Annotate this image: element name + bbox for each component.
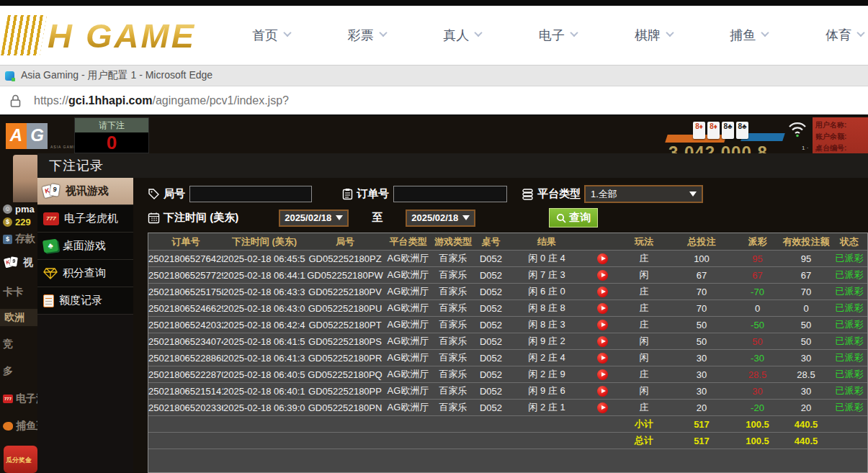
user-balance-row: $ 229 (3, 217, 31, 228)
modal-title: 下注记录 (37, 153, 868, 178)
cell-game-type: 百家乐 (431, 302, 475, 315)
deposit-button[interactable]: $ 存款 (3, 233, 35, 245)
lock-icon[interactable] (10, 94, 21, 107)
bet-timer-value: 0 (75, 132, 148, 153)
cell-game-type: 百家乐 (431, 252, 475, 265)
cell-bet-time: 2025-02-18 06:40:59 (223, 369, 305, 380)
play-replay-button[interactable] (597, 369, 608, 380)
nav-item-label: 电子 (539, 27, 565, 44)
nav-item-label: 首页 (252, 27, 278, 44)
total-valid-bet: 440.5 (781, 436, 831, 446)
cell-platform: AG欧洲厅 (385, 384, 431, 397)
lobby-menu-europe[interactable]: 欧洲 (0, 309, 37, 326)
table-header-cell: 有效投注额 (781, 235, 831, 248)
cell-order-id: 250218065276428 (148, 253, 223, 264)
cell-play-type: 闲 (619, 384, 669, 397)
query-button[interactable]: 查询 (549, 208, 598, 228)
date-to-picker[interactable]: 2025/02/18 (406, 210, 475, 227)
lobby-menu-kaka[interactable]: 卡卡 (3, 286, 23, 299)
cell-valid-bet: 0 (781, 303, 831, 314)
url-path: /agingame/pcv1/index.jsp? (153, 94, 289, 107)
cell-payout: 30 (734, 386, 781, 397)
sidebar-item-credit-records[interactable]: 额度记录 (37, 287, 133, 315)
cell-result: 闲 2 庄 1 (507, 401, 586, 414)
play-replay-button[interactable] (597, 303, 608, 314)
play-replay-button[interactable] (597, 336, 608, 347)
play-replay-button[interactable] (597, 320, 608, 330)
address-bar[interactable]: https://gci.1hhapi.com/agingame/pcv1/ind… (0, 87, 868, 116)
chevron-down-icon (761, 29, 769, 37)
nav-item[interactable]: 首页 (252, 27, 290, 44)
lobby-menu-jing[interactable]: 竞 (3, 338, 13, 351)
filters: 局号 订单号 平台类型 1.全部 (133, 178, 868, 233)
promo-banner[interactable]: 瓜分奖金 (4, 446, 37, 473)
cell-bet-time: 2025-02-18 06:41:59 (223, 336, 305, 347)
document-icon (43, 294, 54, 307)
nav-item[interactable]: 体育 (826, 27, 864, 44)
edge-browser-icon (5, 71, 14, 81)
nav-item[interactable]: 真人 (443, 27, 481, 44)
cell-platform: AG欧洲厅 (385, 351, 431, 364)
main-nav: 首页彩票真人电子棋牌捕鱼体育 (252, 6, 864, 65)
cell-total-bet: 70 (669, 303, 734, 314)
user-name: pma (15, 204, 35, 215)
cell-valid-bet: 20 (781, 402, 831, 413)
clipboard-icon (342, 188, 353, 200)
play-replay-button[interactable] (597, 386, 608, 397)
cards-icon: K9 (43, 184, 61, 199)
cell-order-id: 250218065246629 (148, 303, 223, 314)
play-replay-button[interactable] (597, 353, 608, 364)
cell-play-type: 庄 (619, 302, 669, 315)
order-number-input[interactable] (393, 186, 507, 202)
cell-play-type: 庄 (619, 285, 669, 298)
nav-item-label: 彩票 (348, 27, 374, 44)
subtotal-payout: 100.5 (734, 419, 781, 430)
site-logo[interactable]: H GAME (4, 7, 196, 63)
info-balance: 账户余额: (815, 131, 865, 143)
logo-text: H GAME (48, 16, 196, 55)
sidebar-item-slots[interactable]: 777 电子老虎机 (37, 205, 133, 233)
round-number-input[interactable] (189, 186, 312, 202)
nav-item[interactable]: 捕鱼 (730, 27, 768, 44)
play-replay-button[interactable] (597, 253, 608, 264)
subtotal-row: 小计517100.5440.5 (148, 416, 867, 433)
date-from-picker[interactable]: 2025/02/18 (279, 210, 349, 227)
play-replay-button[interactable] (597, 402, 608, 413)
cell-play-type: 庄 (619, 368, 669, 381)
nav-item[interactable]: 彩票 (348, 27, 386, 44)
cell-total-bet: 100 (669, 253, 734, 264)
cell-game-type: 百家乐 (431, 269, 475, 281)
bet-records-table: 订单号下注时间 (美东)局号平台类型游戏类型桌号结果玩法总投注派彩有效投注额状态… (148, 233, 868, 473)
play-replay-button[interactable] (597, 287, 608, 297)
sidebar-item-table-games[interactable]: ♣ 桌面游戏 (37, 233, 133, 260)
cell-result: 闲 6 庄 0 (507, 285, 586, 298)
lobby-menu-video[interactable]: K9 视 (3, 256, 33, 270)
search-icon (556, 213, 566, 223)
dropdown-arrow-icon (689, 192, 697, 197)
url-text[interactable]: https://gci.1hhapi.com/agingame/pcv1/ind… (34, 94, 289, 107)
ag-logo-a: A (6, 123, 27, 149)
lobby-menu-multi[interactable]: 多 (3, 365, 13, 378)
ag-logo[interactable]: A G (6, 123, 48, 149)
cell-payout: -20 (734, 402, 781, 413)
cell-order-id: 250218065251758 (148, 287, 223, 297)
nav-item[interactable]: 电子 (539, 27, 577, 44)
cell-play-type: 庄 (619, 401, 669, 414)
platform-type-select[interactable]: 1.全部 (584, 185, 703, 203)
cell-status: 已派彩 (831, 384, 867, 397)
nav-item[interactable]: 棋牌 (635, 27, 673, 44)
cell-bet-time: 2025-02-18 06:41:31 (223, 353, 305, 364)
cell-round-number: GD052252180PW (305, 270, 385, 281)
cell-table-number: D052 (475, 253, 507, 264)
cell-status: 已派彩 (831, 252, 867, 265)
cell-table-number: D052 (475, 386, 507, 397)
table-games-icon: ♣ (42, 239, 58, 253)
cell-platform: AG欧洲厅 (385, 269, 431, 281)
sidebar-item-points[interactable]: 积分查询 (37, 260, 133, 287)
play-replay-button[interactable] (597, 270, 608, 281)
cell-valid-bet: 28.5 (781, 369, 831, 380)
sidebar-item-video-games[interactable]: K9 视讯游戏 (37, 178, 133, 205)
cell-bet-time: 2025-02-18 06:42:41 (223, 320, 305, 330)
cell-order-id: 250218065222870 (148, 369, 223, 380)
diamond-icon (43, 268, 58, 279)
